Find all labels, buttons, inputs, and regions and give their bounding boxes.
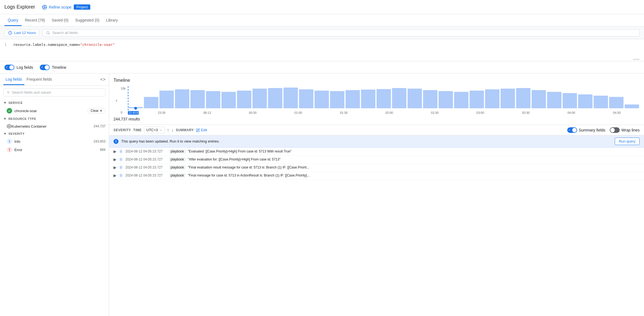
info-severity-icon: i	[7, 139, 12, 144]
info-icon: i	[114, 139, 118, 144]
info-banner: i This query has been updated. Run it to…	[109, 135, 644, 148]
tab-saved[interactable]: Saved (0)	[48, 15, 72, 26]
timeline-area: Timeline ‹ 10k 0 22:40:00 23:30 08-	[109, 73, 644, 125]
error-severity-icon: !	[7, 147, 12, 152]
panel-tab-frequent-fields[interactable]: Frequent fields	[24, 74, 54, 85]
app-header: Logs Explorer Refine scope Project	[0, 0, 644, 14]
tab-library[interactable]: Library	[103, 15, 121, 26]
right-panel: Timeline ‹ 10k 0 22:40:00 23:30 08-	[109, 73, 644, 316]
svg-rect-17	[221, 92, 236, 108]
x-label-0430: 04:30	[594, 111, 640, 115]
expand-arrow[interactable]: ▶	[114, 173, 117, 178]
check-icon-2: ✓	[41, 65, 43, 69]
search-all-fields-input[interactable]: Search all fields	[42, 29, 640, 36]
info-label: Info	[14, 139, 94, 144]
error-icon-letter: !	[9, 148, 10, 152]
summary-fields-toggle[interactable]: ✓ Summary fields	[567, 127, 605, 133]
toggles-bar: ✓ Log fields ✓ Timeline	[0, 61, 644, 73]
clear-label: Clear	[91, 109, 99, 113]
refine-scope-button[interactable]: Refine scope	[42, 4, 72, 10]
tab-query[interactable]: Query	[4, 15, 22, 26]
k8s-container-count: 244,737	[94, 124, 105, 128]
svg-rect-26	[361, 89, 375, 108]
svg-rect-22	[299, 89, 313, 108]
log-row: ▶ i 2024-08-12 04:05:15.727 playbook "Fi…	[109, 172, 644, 180]
tab-suggested[interactable]: Suggested (0)	[72, 15, 103, 26]
expand-collapse-button[interactable]: <>	[100, 77, 105, 82]
chart-x-labels: 22:40:00 23:30 08-12 00:30 01:00 01:30 0…	[128, 111, 640, 115]
time-col-label: TIME	[133, 128, 142, 132]
log-tag: playbook	[169, 157, 186, 162]
edit-label: Edit	[201, 128, 207, 132]
project-badge[interactable]: Project	[74, 4, 90, 10]
log-timestamp: 2024-08-12 04:05:15.727	[125, 165, 167, 169]
wrap-toggle-switch[interactable]	[610, 127, 620, 133]
sort-desc-button[interactable]: ↓	[171, 128, 174, 133]
section-severity[interactable]: ▼ SEVERITY	[0, 130, 109, 137]
resize-handle[interactable]	[633, 59, 640, 60]
svg-rect-12	[144, 97, 158, 108]
expand-arrow[interactable]: ▶	[114, 165, 117, 170]
utc-dropdown[interactable]: UTC+3	[144, 127, 165, 133]
chevron-down-icon-utc	[159, 128, 162, 132]
refine-scope-icon	[42, 4, 47, 10]
section-service[interactable]: ▼ SERVICE	[0, 99, 109, 106]
code-editor[interactable]: 1 resource.labels.namespace_name="chroni…	[0, 39, 644, 61]
wrap-lines-toggle[interactable]: Wrap lines	[610, 127, 640, 133]
search-fields-input[interactable]: Search fields and values	[3, 88, 105, 96]
results-toolbar: SEVERITY TIME UTC+3 ↑ ↓ SUMMARY Edit ✓ S…	[109, 125, 644, 135]
x-label-0130: 01:30	[321, 111, 366, 115]
log-fields-toggle[interactable]: ✓ Log fields	[4, 65, 33, 70]
svg-rect-16	[206, 91, 220, 108]
clear-button[interactable]: Clear ✕	[88, 108, 105, 114]
x-label-2330: 23:30	[139, 111, 184, 115]
svg-rect-15	[191, 90, 205, 108]
time-range-button[interactable]: Last 12 hours	[4, 29, 39, 36]
timeline-toggle[interactable]: ✓ Timeline	[40, 65, 66, 70]
log-rows: ▶ i 2024-08-12 04:05:15.727 playbook "Ev…	[109, 148, 644, 316]
expand-arrow[interactable]: ▶	[114, 149, 117, 154]
x-label-highlight: 22:40:00	[128, 111, 139, 115]
timeline-switch[interactable]: ✓	[40, 65, 50, 70]
info-icon-letter: i	[9, 139, 10, 143]
section-resource-type[interactable]: ▼ RESOURCE TYPE	[0, 115, 109, 122]
summary-fields-label: Summary fields	[579, 128, 605, 132]
expand-arrow[interactable]: ▶	[114, 157, 117, 162]
svg-rect-29	[408, 89, 422, 108]
error-count: 884	[100, 148, 105, 152]
edit-button[interactable]: Edit	[196, 128, 207, 132]
severity-info-badge: i	[119, 157, 123, 162]
svg-line-6	[10, 125, 11, 126]
log-message: "Final evaluation result message for cas…	[188, 165, 309, 169]
severity-info-badge: i	[119, 149, 123, 154]
panel-tab-log-fields[interactable]: Log fields	[3, 74, 24, 85]
svg-rect-24	[330, 91, 344, 108]
log-timestamp: 2024-08-12 04:05:15.727	[125, 173, 167, 177]
chart-prev-button[interactable]: ‹	[114, 98, 120, 103]
svg-point-44	[134, 107, 137, 110]
log-fields-switch[interactable]: ✓	[4, 65, 14, 70]
svg-rect-18	[237, 91, 251, 108]
svg-rect-39	[563, 93, 577, 108]
sort-asc-button[interactable]: ↑	[167, 128, 169, 133]
svg-rect-36	[516, 88, 530, 108]
x-label-0812: 08-12	[184, 111, 230, 115]
log-message: "Final message for case id: 5713 in Acti…	[188, 173, 310, 177]
svg-rect-42	[609, 97, 624, 108]
severity-info-badge: i	[119, 173, 123, 178]
svg-rect-40	[578, 94, 592, 108]
resource-type-k8s: Kubernetes Container 244,737	[0, 122, 109, 130]
search-fields-placeholder: Search fields and values	[12, 90, 51, 94]
line-number: 1	[4, 43, 7, 47]
timeline-chart	[128, 86, 640, 110]
x-label-0200: 02:00	[366, 111, 412, 115]
svg-line-7	[10, 127, 11, 127]
summary-toggle-switch[interactable]: ✓	[567, 127, 577, 133]
code-query: resource.labels.namespace_name="chronicl…	[13, 43, 115, 47]
severity-error: ! Error 884	[0, 146, 109, 154]
svg-rect-21	[284, 88, 298, 108]
log-tag: playbook	[169, 165, 186, 170]
run-query-button[interactable]: Run query	[615, 138, 640, 145]
tab-recent[interactable]: Recent (78)	[22, 15, 48, 26]
chart-cursor-line	[128, 86, 128, 110]
